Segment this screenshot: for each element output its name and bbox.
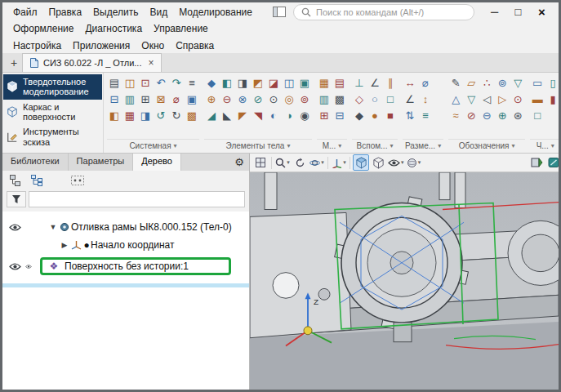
expander-closed-icon[interactable]: ▶	[60, 241, 69, 249]
ribbon-tool-icon[interactable]: ↷	[169, 75, 184, 91]
ribbon-tool-icon[interactable]: ∥	[383, 75, 398, 91]
mode-solid-modeling[interactable]: Твердотельное моделирование	[3, 74, 102, 100]
ribbon-tool-icon[interactable]: ◆	[204, 75, 219, 91]
model-canvas[interactable]: Z	[250, 172, 559, 390]
section-view-button[interactable]	[528, 154, 545, 171]
ribbon-tool-icon[interactable]: ⊡	[138, 75, 153, 91]
menu-file[interactable]: Файл	[7, 5, 43, 20]
ribbon-tool-icon[interactable]: ✎	[448, 75, 463, 91]
ribbon-group-label[interactable]: Обозначения▾	[448, 139, 525, 153]
ribbon-tool-icon[interactable]: ⊞	[317, 108, 332, 123]
ribbon-tool-icon[interactable]: ⊗	[235, 91, 250, 107]
tree-root-label[interactable]: Отливка рамы ЫК8.000.152 (Тел-0)	[71, 221, 232, 233]
ribbon-tool-icon[interactable]: ∠	[403, 91, 417, 107]
ribbon-tool-icon[interactable]: ⇅	[403, 108, 417, 123]
visibility-eye-button[interactable]	[7, 221, 22, 233]
ribbon-tool-icon[interactable]: ▩	[185, 108, 199, 123]
ribbon-tool-icon[interactable]: ▣	[185, 91, 199, 107]
document-tab[interactable]: СИЗ 60.022 -Л _ Отли... ×	[22, 53, 162, 72]
ribbon-tool-icon[interactable]: ◆	[352, 108, 367, 123]
ribbon-tool-icon[interactable]: ≡	[418, 108, 433, 123]
ribbon-group-label[interactable]: М...▾	[317, 139, 347, 153]
menu-window[interactable]: Окно	[136, 38, 170, 53]
ribbon-tool-icon[interactable]: ⊚	[297, 91, 312, 107]
ribbon-tool-icon[interactable]: ◨	[235, 75, 250, 91]
tab-tree[interactable]: Дерево	[133, 154, 181, 171]
menu-management[interactable]: Управление	[148, 21, 214, 36]
display-shaded-button[interactable]	[353, 154, 369, 171]
minimize-button[interactable]: ─	[483, 4, 506, 20]
ribbon-tool-icon[interactable]: ◢	[204, 108, 219, 123]
ribbon-tool-icon[interactable]: ◤	[235, 108, 250, 123]
ribbon-tool-icon[interactable]: ⊙	[266, 91, 281, 107]
panel-settings-button[interactable]: ⚙	[229, 154, 249, 171]
tree-structure-button[interactable]	[29, 173, 45, 188]
ribbon-tool-icon[interactable]: ⊕	[495, 108, 510, 123]
visibility-button[interactable]: ▾	[387, 154, 405, 171]
orientation-button[interactable]: ▾	[331, 154, 347, 171]
ribbon-tool-icon[interactable]: ▣	[297, 75, 312, 91]
menu-diagnostics[interactable]: Диагностика	[79, 21, 148, 36]
ribbon-tool-icon[interactable]: ▩	[332, 91, 347, 107]
ribbon-tool-icon[interactable]: ▬	[530, 91, 545, 107]
ribbon-tool-icon[interactable]: ■	[383, 108, 398, 123]
ribbon-tool-icon[interactable]: ◥	[251, 108, 265, 123]
tree-surface-label[interactable]: Поверхность без истории:1	[65, 261, 189, 272]
ribbon-tool-icon[interactable]: ▮	[545, 91, 559, 107]
ribbon-tool-icon[interactable]: ⊖	[220, 91, 234, 107]
ribbon-tool-icon[interactable]: ↶	[154, 75, 168, 91]
mode-sketch-tools[interactable]: Инструменты эскиза	[3, 124, 102, 149]
ribbon-tool-icon[interactable]: ⊛	[510, 108, 525, 123]
ribbon-group-label[interactable]: Элементы тела▾	[204, 139, 312, 153]
ribbon-tool-icon[interactable]: ●	[367, 108, 382, 123]
ribbon-tool-icon[interactable]: ◧	[220, 75, 234, 91]
layout-panels-button[interactable]	[270, 5, 288, 20]
command-search[interactable]	[293, 4, 474, 20]
ribbon-tool-icon[interactable]: ▦	[317, 75, 332, 91]
menu-decoration[interactable]: Оформление	[7, 21, 79, 36]
ribbon-tool-icon[interactable]: ◇	[352, 91, 367, 107]
ribbon-tool-icon[interactable]: △	[448, 91, 463, 107]
ribbon-tool-icon[interactable]: ▭	[530, 75, 545, 91]
ribbon-tool-icon[interactable]: ◨	[138, 108, 153, 123]
ribbon-tool-icon[interactable]: ⊚	[495, 75, 510, 91]
ribbon-tool-icon[interactable]: ≡	[185, 75, 199, 91]
ribbon-tool-icon[interactable]: ▤	[107, 75, 122, 91]
ribbon-tool-icon[interactable]: ▯	[545, 75, 559, 91]
zoom-button[interactable]: ▾	[274, 154, 291, 171]
tab-libraries[interactable]: Библиотеки	[2, 154, 69, 171]
clip-plane-button[interactable]	[545, 154, 559, 171]
ribbon-tool-icon[interactable]: ⊘	[251, 91, 265, 107]
ribbon-group-label[interactable]: Разме...▾	[403, 139, 443, 153]
ribbon-tool-icon[interactable]: ≈	[448, 108, 463, 123]
ribbon-tool-icon[interactable]: ◣	[220, 108, 234, 123]
ribbon-tool-icon[interactable]: ◫	[282, 75, 296, 91]
ribbon-group-label[interactable]: Системная▾	[107, 139, 199, 153]
ribbon-tool-icon[interactable]: ▦	[122, 108, 137, 123]
tree-row-origin[interactable]: ▶ ● Начало координат	[2, 236, 249, 254]
tree-search-input[interactable]	[29, 191, 245, 207]
ribbon-tool-icon[interactable]: ◎	[282, 91, 296, 107]
ribbon-tool-icon[interactable]: ⊥	[352, 75, 367, 91]
ribbon-tool-icon[interactable]: ◉	[297, 108, 312, 123]
menu-applications[interactable]: Приложения	[67, 38, 136, 53]
menu-modeling[interactable]: Моделирование	[173, 5, 258, 20]
ribbon-tool-icon[interactable]: ▷	[495, 91, 510, 107]
new-tab-button[interactable]: +	[6, 55, 22, 71]
ribbon-tool-icon[interactable]: ▤	[332, 75, 347, 91]
ribbon-tool-icon[interactable]: ⊕	[204, 91, 219, 107]
ribbon-tool-icon[interactable]: ▥	[317, 91, 332, 107]
refresh-view-button[interactable]	[292, 154, 308, 171]
tree-row-surface[interactable]: ❖ Поверхность без истории:1	[2, 254, 249, 278]
expander-open-icon[interactable]: ▼	[48, 223, 58, 231]
ribbon-tool-icon[interactable]: □	[530, 108, 545, 123]
ribbon-tool-icon[interactable]: ⊖	[479, 108, 494, 123]
ribbon-tool-icon[interactable]: ↕	[418, 91, 433, 107]
menu-view[interactable]: Вид	[144, 5, 173, 20]
ribbon-tool-icon[interactable]: ↔	[403, 75, 417, 91]
ribbon-tool-icon[interactable]: ⊞	[138, 91, 153, 107]
search-input[interactable]	[316, 7, 466, 17]
ribbon-group-label[interactable]: Вспом...▾	[352, 139, 398, 153]
area-select-button[interactable]	[252, 154, 269, 171]
ribbon-tool-icon[interactable]: ↻	[169, 108, 184, 123]
